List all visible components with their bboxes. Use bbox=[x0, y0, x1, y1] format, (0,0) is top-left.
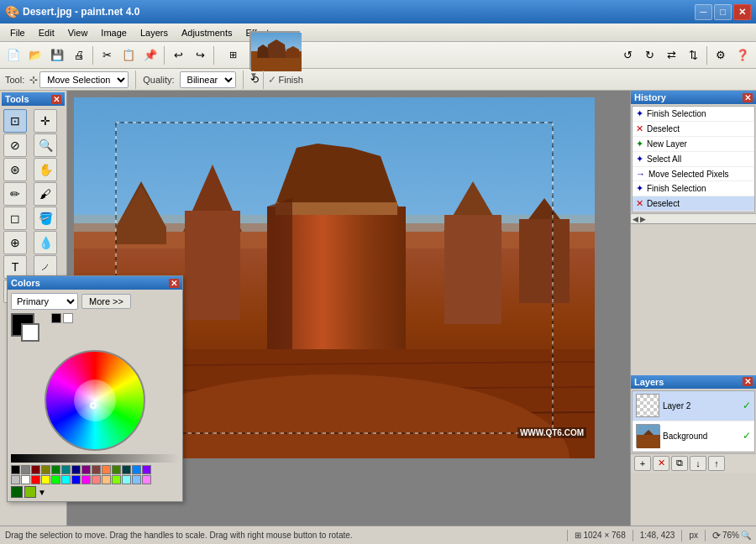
flip-h-button[interactable]: ⇄ bbox=[661, 45, 681, 65]
palette-color[interactable] bbox=[102, 465, 111, 474]
layer-properties-button[interactable]: ↑ bbox=[708, 456, 725, 471]
history-panel-close[interactable]: ✕ bbox=[743, 93, 753, 102]
tool-lasso[interactable]: ⊘ bbox=[3, 133, 27, 157]
palette-color[interactable] bbox=[81, 475, 91, 484]
history-item-selected[interactable]: ✕ Deselect bbox=[633, 196, 754, 212]
secondary-color[interactable] bbox=[24, 486, 36, 498]
color-mode-dropdown[interactable]: Primary bbox=[11, 293, 78, 310]
palette-color[interactable] bbox=[41, 465, 50, 474]
palette-color[interactable] bbox=[11, 465, 20, 474]
history-item[interactable]: ✦ New Layer bbox=[633, 137, 754, 152]
palette-color[interactable] bbox=[92, 465, 101, 474]
tool-brush[interactable]: 🖌 bbox=[34, 182, 57, 206]
layer-visible-check[interactable]: ✓ bbox=[743, 400, 751, 411]
palette-color[interactable] bbox=[112, 475, 121, 484]
copy-button[interactable]: 📋 bbox=[118, 45, 139, 65]
flip-v-button[interactable]: ⇅ bbox=[683, 45, 703, 65]
menu-image[interactable]: Image bbox=[94, 26, 134, 39]
palette-color[interactable] bbox=[31, 475, 40, 484]
minimize-button[interactable]: ─ bbox=[695, 4, 712, 20]
palette-color[interactable] bbox=[21, 475, 30, 484]
palette-color[interactable] bbox=[112, 465, 121, 474]
more-colors-button[interactable]: More >> bbox=[81, 294, 131, 309]
undo-button[interactable]: ↩ bbox=[168, 45, 188, 65]
paste-button[interactable]: 📌 bbox=[140, 45, 160, 65]
menu-layers[interactable]: Layers bbox=[134, 26, 175, 39]
cut-button[interactable]: ✂ bbox=[97, 45, 117, 65]
tool-recolor[interactable]: 💧 bbox=[34, 231, 57, 254]
print-button[interactable]: 🖨 bbox=[69, 45, 89, 65]
settings-button[interactable]: ⚙ bbox=[711, 45, 731, 65]
menu-edit[interactable]: Edit bbox=[32, 26, 61, 39]
tool-move[interactable]: ✛ bbox=[34, 109, 57, 133]
menu-adjustments[interactable]: Adjustments bbox=[175, 26, 239, 39]
save-button[interactable]: 💾 bbox=[47, 45, 67, 65]
history-scrollbar[interactable]: ◀ ▶ bbox=[631, 213, 756, 223]
redo-arrow[interactable]: ▶ bbox=[640, 215, 646, 223]
undo-arrow[interactable]: ◀ bbox=[633, 215, 638, 223]
palette-color[interactable] bbox=[11, 475, 20, 484]
palette-color[interactable] bbox=[21, 465, 30, 474]
palette-color[interactable] bbox=[51, 475, 60, 484]
palette-color[interactable] bbox=[71, 465, 81, 474]
alpha-slider[interactable] bbox=[11, 454, 179, 463]
layer-item-layer2[interactable]: Layer 2 ✓ bbox=[633, 391, 754, 421]
white-swatch[interactable] bbox=[63, 313, 73, 323]
layers-panel-close[interactable]: ✕ bbox=[743, 377, 753, 386]
finish-label[interactable]: Finish bbox=[279, 75, 303, 85]
layer-item-background[interactable]: Background ✓ bbox=[633, 421, 754, 452]
tools-panel-close[interactable]: ✕ bbox=[51, 95, 61, 104]
zoom-in-button[interactable]: 🔍 bbox=[741, 531, 751, 540]
tool-rectangle-select[interactable]: ⊡ bbox=[3, 109, 27, 133]
layer-visible-check[interactable]: ✓ bbox=[743, 430, 751, 442]
foreground-color-swatch[interactable] bbox=[21, 323, 39, 342]
redo-button[interactable]: ↪ bbox=[190, 45, 210, 65]
maximize-button[interactable]: □ bbox=[714, 4, 732, 20]
delete-layer-button[interactable]: ✕ bbox=[653, 456, 669, 471]
current-color[interactable] bbox=[11, 486, 23, 498]
palette-color[interactable] bbox=[122, 475, 131, 484]
history-item[interactable]: ✕ Deselect bbox=[633, 122, 754, 137]
palette-color[interactable] bbox=[122, 465, 131, 474]
color-wheel[interactable] bbox=[45, 350, 145, 451]
tool-clone-stamp[interactable]: ⊕ bbox=[3, 231, 27, 254]
tool-pan[interactable]: ✋ bbox=[34, 158, 57, 181]
help-button[interactable]: ❓ bbox=[732, 45, 753, 65]
tool-eraser[interactable]: ◻ bbox=[3, 207, 27, 230]
palette-color[interactable] bbox=[102, 475, 111, 484]
palette-color[interactable] bbox=[31, 465, 40, 474]
palette-color[interactable] bbox=[61, 465, 71, 474]
menu-file[interactable]: File bbox=[3, 26, 32, 39]
quality-dropdown[interactable]: Bilinear bbox=[180, 71, 236, 88]
palette-color[interactable] bbox=[61, 475, 71, 484]
merge-layer-button[interactable]: ↓ bbox=[690, 456, 706, 471]
palette-color[interactable] bbox=[41, 475, 50, 484]
zoom-out-button[interactable]: ⟳ bbox=[712, 530, 721, 541]
tool-zoom-in[interactable]: 🔍 bbox=[34, 133, 57, 157]
rotate-right-button[interactable]: ↻ bbox=[639, 45, 659, 65]
open-button[interactable]: 📂 bbox=[25, 45, 45, 65]
close-button[interactable]: ✕ bbox=[733, 4, 751, 20]
palette-color[interactable] bbox=[51, 465, 60, 474]
palette-color[interactable] bbox=[132, 465, 141, 474]
black-swatch[interactable] bbox=[51, 313, 61, 323]
menu-view[interactable]: View bbox=[61, 26, 95, 39]
palette-color[interactable] bbox=[71, 475, 81, 484]
tool-fill[interactable]: 🪣 bbox=[34, 207, 57, 230]
history-item[interactable]: ✦ Finish Selection bbox=[633, 181, 754, 196]
history-item[interactable]: ✦ Finish Selection bbox=[633, 107, 754, 122]
colors-panel-close[interactable]: ✕ bbox=[169, 279, 179, 288]
palette-color[interactable] bbox=[142, 465, 151, 474]
history-item[interactable]: ✦ Select All bbox=[633, 152, 754, 167]
palette-color[interactable] bbox=[142, 475, 151, 484]
tool-select-dropdown[interactable]: Move Selection bbox=[39, 71, 129, 88]
duplicate-layer-button[interactable]: ⧉ bbox=[671, 456, 688, 471]
tool-pencil[interactable]: ✏ bbox=[3, 182, 27, 206]
deselect-button[interactable]: ⊞ bbox=[218, 45, 248, 65]
palette-color[interactable] bbox=[81, 465, 91, 474]
palette-color[interactable] bbox=[92, 475, 101, 484]
new-button[interactable]: 📄 bbox=[3, 45, 24, 65]
palette-color[interactable] bbox=[132, 475, 141, 484]
rotate-left-button[interactable]: ↺ bbox=[617, 45, 638, 65]
tool-magic-wand[interactable]: ⊛ bbox=[3, 158, 27, 181]
